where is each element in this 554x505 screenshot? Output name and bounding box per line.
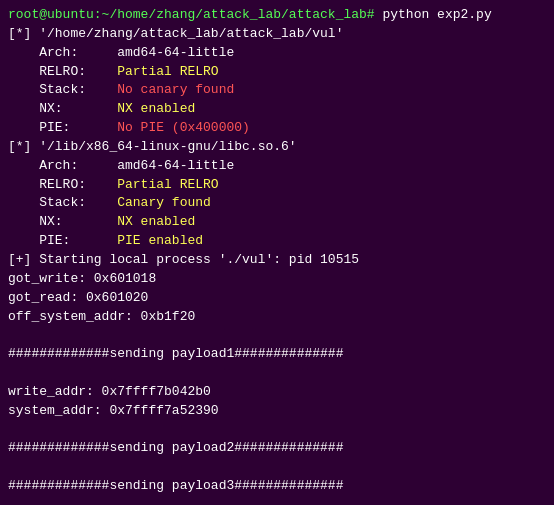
line-17: off_system_addr: 0xb1f20	[8, 308, 546, 327]
line-10: RELRO: Partial RELRO	[8, 176, 546, 195]
line-9: Arch: amd64-64-little	[8, 157, 546, 176]
line-22: system_addr: 0x7ffff7a52390	[8, 402, 546, 421]
line-11: Stack: Canary found	[8, 194, 546, 213]
prompt: root@ubuntu:~/home/zhang/attack_lab/atta…	[8, 7, 382, 22]
line-3: Arch: amd64-64-little	[8, 44, 546, 63]
line-27	[8, 496, 546, 505]
line-6: NX: NX enabled	[8, 100, 546, 119]
line-18	[8, 326, 546, 345]
line-7: PIE: No PIE (0x400000)	[8, 119, 546, 138]
line-21: write_addr: 0x7ffff7b042b0	[8, 383, 546, 402]
line-5: Stack: No canary found	[8, 81, 546, 100]
line-23	[8, 421, 546, 440]
line-2: [*] '/home/zhang/attack_lab/attack_lab/v…	[8, 25, 546, 44]
line-20	[8, 364, 546, 383]
terminal: root@ubuntu:~/home/zhang/attack_lab/atta…	[0, 0, 554, 505]
line-26: #############sending payload3###########…	[8, 477, 546, 496]
line-12: NX: NX enabled	[8, 213, 546, 232]
command: python exp2.py	[382, 7, 491, 22]
line-13: PIE: PIE enabled	[8, 232, 546, 251]
line-24: #############sending payload2###########…	[8, 439, 546, 458]
line-19: #############sending payload1###########…	[8, 345, 546, 364]
line-8: [*] '/lib/x86_64-linux-gnu/libc.so.6'	[8, 138, 546, 157]
line-25	[8, 458, 546, 477]
line-16: got_read: 0x601020	[8, 289, 546, 308]
line-4: RELRO: Partial RELRO	[8, 63, 546, 82]
line-14: [+] Starting local process './vul': pid …	[8, 251, 546, 270]
line-15: got_write: 0x601018	[8, 270, 546, 289]
line-1: root@ubuntu:~/home/zhang/attack_lab/atta…	[8, 6, 546, 25]
